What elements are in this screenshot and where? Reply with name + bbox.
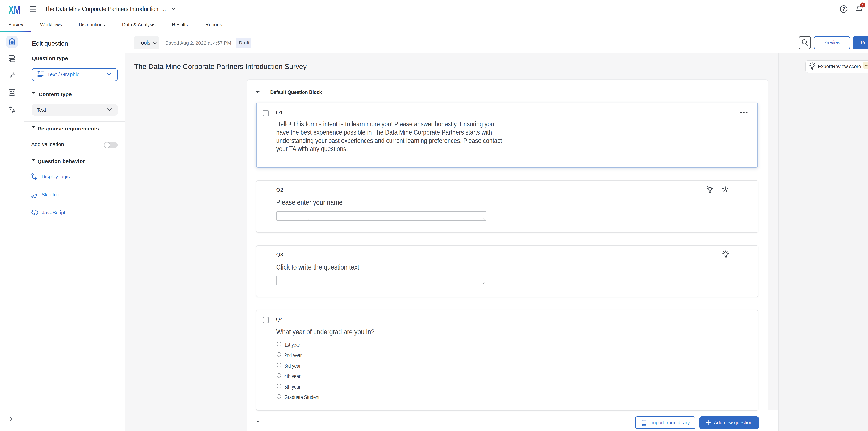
- svg-text:XM: XM: [8, 5, 21, 15]
- svg-text:?: ?: [842, 6, 845, 12]
- svg-text:1: 1: [862, 3, 864, 7]
